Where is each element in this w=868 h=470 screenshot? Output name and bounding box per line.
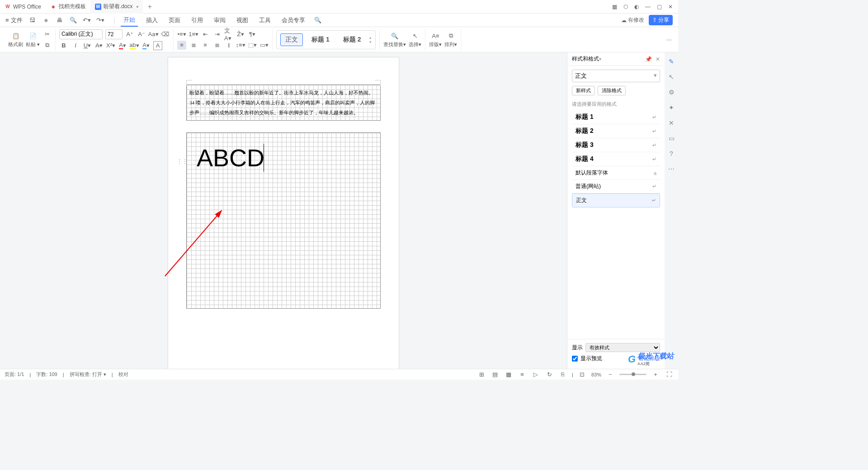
style-entry-h2[interactable]: 标题 2↵ (572, 124, 660, 138)
align-right-icon[interactable]: ≡ (201, 41, 210, 50)
maximize-icon[interactable]: ▢ (657, 4, 662, 10)
outline-view-icon[interactable]: ≡ (518, 370, 527, 379)
menu-view[interactable]: 视图 (234, 14, 251, 26)
clear-format-button[interactable]: 清除格式 (598, 86, 626, 95)
collapse-ribbon-icon[interactable]: — (665, 35, 674, 44)
ai-icon[interactable]: ✦ (667, 103, 676, 112)
help-icon[interactable]: ? (667, 149, 676, 158)
align-justify-icon[interactable]: ≣ (212, 41, 222, 50)
superscript-icon[interactable]: X²▾ (106, 41, 115, 50)
pin-icon[interactable]: 📌 (645, 56, 652, 62)
proof-status[interactable]: 校对 (118, 371, 128, 378)
redo-icon[interactable]: ↷▾ (96, 16, 105, 25)
link-icon[interactable]: ⎘ (558, 370, 567, 379)
share-button[interactable]: ⇪ 分享 (649, 15, 673, 25)
new-style-button[interactable]: 新样式 (572, 86, 595, 95)
word-count[interactable]: 字数: 109 (36, 371, 57, 378)
section-icon[interactable]: ⊞ (477, 370, 486, 379)
align-center-icon[interactable]: ≣ (189, 41, 198, 50)
menu-tools[interactable]: 工具 (256, 14, 274, 26)
highlight-icon[interactable]: ab▾ (130, 41, 139, 50)
menu-review[interactable]: 审阅 (211, 14, 228, 26)
style-entry-h3[interactable]: 标题 3↵ (572, 138, 660, 152)
align-distribute-icon[interactable]: ⫿ (224, 41, 233, 50)
style-normal[interactable]: 正文 (280, 33, 303, 46)
bullet-list-icon[interactable]: •≡▾ (177, 30, 186, 39)
more-icon[interactable]: ⋯ (667, 164, 676, 174)
fit-icon[interactable]: ⊡ (578, 370, 587, 379)
big-text-block[interactable]: ⋮⋮ ABCD (186, 132, 381, 309)
paragraph-block[interactable]: 盼望着，盼望着……翘首以盼的新年近了。街市上车水马龙，人山人海，好不热闹。34 … (186, 85, 381, 121)
close-panel-icon[interactable]: ✕ (656, 56, 660, 62)
tools-icon[interactable]: ✕ (667, 118, 676, 127)
shading-icon[interactable]: A▾ (142, 41, 151, 50)
para-shading-icon[interactable]: ⬚▾ (248, 41, 257, 50)
paste-icon[interactable]: 📄 (28, 31, 38, 40)
book-icon[interactable]: ▭ (667, 134, 676, 143)
tab-templates[interactable]: ◆ 找稻壳模板 (46, 0, 90, 14)
wrap-icon[interactable]: ↻ (545, 370, 554, 379)
drag-handle-icon[interactable]: ⋮⋮ (177, 158, 188, 164)
page-indicator[interactable]: 页面: 1/1 (5, 371, 24, 378)
font-size-select[interactable] (105, 29, 123, 39)
tab-wps-home[interactable]: W WPS Office (0, 0, 46, 14)
font-color-icon[interactable]: A▾ (118, 41, 127, 50)
gallery-up-icon[interactable]: ▴ (369, 35, 372, 40)
cursor-icon[interactable]: ↖ (667, 72, 676, 81)
fullscreen-icon[interactable]: ⛶ (665, 370, 674, 379)
undo-icon[interactable]: ↶▾ (82, 16, 91, 25)
line-spacing-icon[interactable]: ↕≡▾ (236, 41, 245, 50)
menu-vip[interactable]: 会员专享 (279, 14, 308, 26)
save-icon[interactable]: 🖫 (28, 16, 37, 25)
select-icon[interactable]: ↖ (410, 31, 420, 40)
preview-icon[interactable]: 🔍 (69, 16, 78, 25)
arrange-icon[interactable]: ⧉ (446, 31, 455, 40)
zoom-level[interactable]: 83% (591, 372, 601, 377)
edit-icon[interactable]: ✎ (667, 57, 676, 66)
clear-format-icon[interactable]: ⌫ (160, 30, 170, 39)
menu-start[interactable]: 开始 (121, 14, 138, 27)
char-border-icon[interactable]: A (153, 41, 162, 50)
gallery-down-icon[interactable]: ▾ (369, 40, 372, 44)
increase-font-icon[interactable]: A⁺ (125, 30, 134, 39)
font-name-select[interactable] (59, 29, 103, 39)
menu-page[interactable]: 页面 (166, 14, 183, 26)
modify-indicator[interactable]: ☁有修改 (621, 16, 644, 24)
cut-icon[interactable]: ✂ (42, 30, 52, 39)
spellcheck-status[interactable]: 拼写检查: 打开 ▾ (70, 371, 106, 378)
change-case-icon[interactable]: Aa▾ (149, 30, 158, 39)
avatar-icon[interactable]: ◐ (634, 4, 639, 10)
zoom-in-icon[interactable]: + (651, 370, 660, 379)
copy-icon[interactable]: ⧉ (42, 41, 52, 50)
settings-icon[interactable]: ⚙ (667, 88, 676, 97)
cube-icon[interactable]: ⬡ (623, 4, 628, 10)
page[interactable]: 盼望着，盼望着……翘首以盼的新年近了。街市上车水马龙，人山人海，好不热闹。34 … (168, 57, 399, 369)
reading-view-icon[interactable]: ▤ (491, 370, 500, 379)
italic-icon[interactable]: I (71, 41, 80, 50)
strike-icon[interactable]: A̶▾ (94, 41, 104, 50)
format-painter-icon[interactable]: 📋 (11, 31, 20, 40)
show-select[interactable]: 有效样式 (585, 343, 660, 352)
current-style-select[interactable]: 正文 ▾ (572, 70, 660, 82)
style-entry-body[interactable]: 正文↵ (572, 193, 660, 207)
style-entry-web-normal[interactable]: 普通(网站)↵ (572, 180, 660, 193)
style-h2[interactable]: 标题 2 (338, 33, 366, 46)
preview-checkbox[interactable] (572, 356, 578, 362)
page-view-icon[interactable]: ▦ (504, 370, 513, 379)
style-entry-h1[interactable]: 标题 1↵ (572, 110, 660, 124)
bold-icon[interactable]: B (59, 41, 68, 50)
border-icon[interactable]: ▭▾ (259, 41, 269, 50)
style-h1[interactable]: 标题 1 (307, 33, 335, 46)
sort-icon[interactable]: Ẑ▾ (236, 30, 245, 39)
find-icon[interactable]: 🔍 (390, 31, 399, 40)
tab-document[interactable]: W 盼望着.docx • (90, 0, 143, 14)
print-icon[interactable]: ⎈ (42, 16, 51, 25)
outdent-icon[interactable]: ⇤ (201, 30, 210, 39)
underline-icon[interactable]: U▾ (83, 41, 92, 50)
indent-icon[interactable]: ⇥ (212, 30, 222, 39)
menu-reference[interactable]: 引用 (189, 14, 206, 26)
app-grid-icon[interactable]: ▦ (612, 4, 617, 10)
align-left-icon[interactable]: ≡ (177, 41, 186, 50)
decrease-font-icon[interactable]: A⁻ (137, 30, 146, 39)
typeset-icon[interactable]: A≡ (431, 31, 440, 40)
